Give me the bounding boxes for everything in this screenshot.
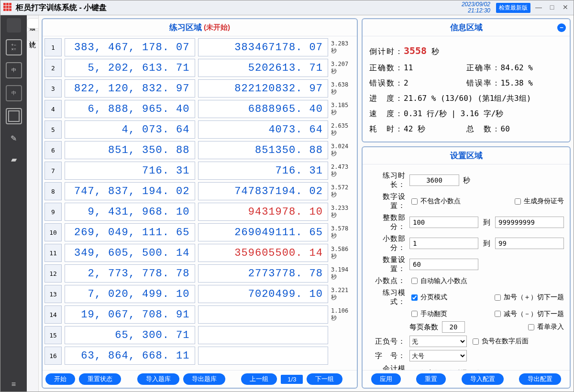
eraser-icon[interactable]: ▰ (7, 152, 21, 166)
single-entry-checkbox[interactable]: 看单录入 (526, 323, 564, 332)
tab-stats[interactable]: 统计 (27, 31, 38, 41)
row-time: 3.207 秒 (331, 61, 355, 76)
reset-state-button[interactable]: 重置状态 (79, 373, 121, 385)
expected-value: 6, 888, 965. 40 (65, 100, 195, 118)
start-button[interactable]: 开始 (45, 373, 75, 385)
per-page-input[interactable] (442, 321, 465, 333)
page-mode-checkbox[interactable]: 分页模式 (409, 293, 447, 302)
expected-value: 349, 605, 500. 14 (65, 244, 195, 262)
expected-value: 4, 073. 64 (65, 120, 195, 139)
expected-value: 716. 31 (65, 162, 195, 180)
maximize-button[interactable]: □ (547, 3, 557, 12)
typed-value[interactable]: 716. 31 (198, 162, 329, 180)
expected-value: 269, 049, 111. 65 (65, 223, 195, 241)
app-logo-icon (3, 3, 13, 12)
export-questions-button[interactable]: 导出题库 (183, 373, 225, 385)
expected-value: 2, 773, 778. 78 (65, 264, 195, 283)
import-config-button[interactable]: 导入配置 (462, 373, 504, 385)
typed-value[interactable]: 269049111. 65 (198, 223, 329, 241)
row-time: 3.586 秒 (331, 246, 355, 261)
typed-value[interactable]: 9431978. 10 (198, 203, 329, 221)
auto-dot-checkbox[interactable]: 自动输入小数点 (409, 276, 467, 285)
export-config-button[interactable]: 导出配置 (519, 373, 561, 385)
row-index: 16 (44, 347, 62, 365)
practice-row: 1383, 467, 178. 07383467178. 073.283 秒 (44, 38, 355, 56)
row-index: 7 (44, 162, 62, 180)
practice-row: 6851, 350. 88851350. 883.024 秒 (44, 141, 355, 159)
prev-group-button[interactable]: 上一组 (241, 373, 277, 385)
next-group-button[interactable]: 下一组 (307, 373, 342, 385)
info-header: 信息区域 − (363, 19, 570, 36)
practice-row: 1663, 864, 668. 11 (44, 347, 355, 365)
row-index: 4 (44, 100, 62, 118)
manual-page-checkbox[interactable]: 手动翻页 (409, 309, 447, 318)
typed-value[interactable]: 747837194. 02 (198, 182, 329, 200)
plus-next-checkbox[interactable]: 加号（＋）切下一题 (493, 293, 564, 302)
no-decimal-checkbox[interactable]: 不包含小数点 (409, 197, 461, 206)
row-time: 2.635 秒 (331, 122, 355, 137)
duration-input[interactable] (409, 174, 459, 186)
row-index: 9 (44, 203, 62, 221)
settings-footer: 应用 重置 导入配置 导出配置 (363, 370, 570, 388)
collapse-info-icon[interactable]: − (557, 23, 566, 32)
apply-button[interactable]: 应用 (371, 373, 401, 385)
minimize-button[interactable]: — (533, 3, 544, 12)
row-index: 3 (44, 79, 62, 98)
typed-value[interactable] (198, 305, 329, 324)
typed-value[interactable]: 822120832. 97 (198, 79, 329, 98)
practice-row: 7716. 31716. 312.473 秒 (44, 162, 355, 180)
edit-icon[interactable]: ✎ (7, 131, 21, 145)
grid-icon[interactable] (7, 18, 21, 33)
typed-value[interactable]: 4073. 64 (198, 120, 329, 139)
dashboard-icon[interactable] (7, 173, 21, 187)
row-index: 2 (44, 59, 62, 77)
tab-practice[interactable]: 练习 (27, 18, 38, 29)
gen-id-checkbox[interactable]: 生成身份证号 (513, 197, 564, 206)
practice-panel: 练习区域 (未开始) 1383, 467, 178. 07383467178. … (42, 18, 358, 389)
close-button[interactable]: ✕ (560, 3, 571, 12)
font-size-select[interactable]: 大号 (409, 350, 467, 361)
typed-value[interactable]: 5202613. 71 (198, 59, 329, 77)
expected-value: 851, 350. 88 (65, 141, 195, 159)
row-time: 3.233 秒 (331, 205, 355, 219)
menu-icon[interactable]: ≡ (7, 377, 21, 392)
cn-solid-icon[interactable]: 中 (6, 62, 22, 78)
calculator-icon[interactable]: +−×÷ (6, 39, 22, 55)
row-time: 3.638 秒 (331, 81, 355, 96)
sign-after-checkbox[interactable]: 负号在数字后面 (471, 337, 529, 346)
int-to-input[interactable] (495, 217, 564, 228)
row-index: 8 (44, 182, 62, 200)
check-update-button[interactable]: 检查最新版 (496, 3, 530, 13)
row-index: 10 (44, 223, 62, 241)
dec-from-input[interactable] (409, 238, 478, 249)
expected-value: 5, 202, 613. 71 (65, 59, 195, 77)
row-time: 3.572 秒 (331, 184, 355, 199)
row-index: 12 (44, 264, 62, 283)
typed-value[interactable]: 6888965. 40 (198, 100, 329, 118)
count-input[interactable] (409, 259, 478, 270)
practice-footer: 开始 重置状态 导入题库 导出题库 上一组 1/3 下一组 (43, 370, 357, 388)
row-index: 1 (44, 38, 62, 56)
typed-value[interactable]: 7020499. 10 (198, 285, 329, 303)
import-questions-button[interactable]: 导入题库 (137, 373, 179, 385)
practice-status: (未开始) (204, 23, 230, 32)
int-from-input[interactable] (409, 217, 478, 228)
minus-next-checkbox[interactable]: 减号（－）切下一题 (493, 309, 564, 318)
expected-value: 822, 120, 832. 97 (65, 79, 195, 98)
typed-value[interactable] (198, 347, 329, 365)
sign-select[interactable]: 无 (409, 336, 467, 347)
row-index: 6 (44, 141, 62, 159)
dec-to-input[interactable] (495, 238, 564, 249)
row-time: 3.024 秒 (331, 143, 355, 158)
reset-settings-button[interactable]: 重置 (416, 373, 446, 385)
typed-value[interactable]: 851350. 88 (198, 141, 329, 159)
cn-outline-icon[interactable]: 中 (6, 85, 22, 101)
copy-icon[interactable] (6, 108, 22, 124)
typed-value[interactable]: 359605500. 14 (198, 244, 329, 262)
practice-rows: 1383, 467, 178. 07383467178. 073.283 秒25… (43, 36, 357, 370)
expected-value: 19, 067, 708. 91 (65, 305, 195, 324)
typed-value[interactable] (198, 326, 329, 344)
typed-value[interactable]: 383467178. 07 (198, 38, 329, 56)
typed-value[interactable]: 2773778. 78 (198, 264, 329, 283)
row-time: 3.221 秒 (331, 287, 355, 302)
